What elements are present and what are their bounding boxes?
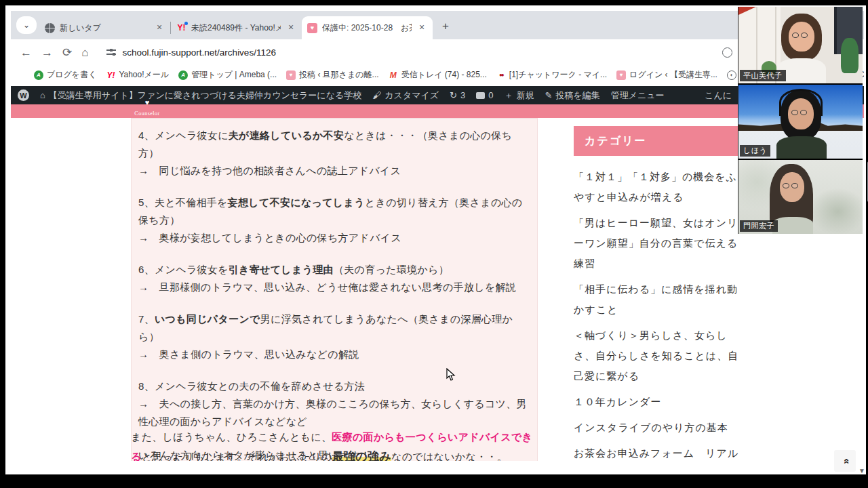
text-segment: （夫の育った環境から）: [334, 264, 449, 275]
category-link[interactable]: ＜軸づくり＞男らしさ、女らしさ、自分らしさを知ることは、自己愛に繋がる: [574, 325, 747, 386]
text-segment: また、しほうちゃん、ひろこさんともに、: [131, 431, 332, 443]
video-tile-shihou[interactable]: しほう: [738, 85, 863, 159]
article-line: 5、夫と不倫相手を妄想して不安になってしまうときの切り替え方（奥さまの心の保ち方…: [138, 194, 530, 229]
bookmark-gmail-inbox[interactable]: M受信トレイ (74) - 825...: [389, 69, 487, 81]
chatwork-icon: ●●: [496, 70, 506, 80]
customize-menu[interactable]: 🖌カスタマイズ: [372, 89, 439, 102]
heart-icon: ♥: [286, 70, 296, 80]
article-line: 6、メンヘラ彼女を引き寄せてしまう理由（夫の育った環境から）: [138, 261, 530, 279]
mouse-cursor: [446, 368, 456, 382]
article-item: 5、夫と不倫相手を妄想して不安になってしまうときの切り替え方（奥さまの心の保ち方…: [138, 194, 530, 247]
participant-name: 平山美代子: [740, 70, 786, 81]
globe-favicon: [45, 23, 55, 33]
text-segment: 4、メンヘラ彼女に: [138, 129, 229, 141]
new-content-menu[interactable]: ＋新規: [504, 89, 534, 102]
ameba-icon: A: [178, 70, 188, 80]
bookmark-login-student[interactable]: ♥ログイン ‹ 【受講生専...: [616, 69, 717, 81]
yahoo-icon: Y!: [106, 70, 115, 80]
new-tab-button[interactable]: +: [437, 18, 454, 35]
article-line: 7、いつも同じパターンで男に浮気されてしまうあなたへ（奥さまの深層心理から）: [138, 310, 530, 346]
site-header-bar: ♥ Counselor: [11, 104, 864, 118]
ameba-icon: A: [34, 70, 43, 80]
article-line: → 夫への接し方、言葉のかけ方、奥様のこころの保ち方、女らしくするコツ、男性心理…: [138, 395, 530, 430]
address-bar[interactable]: school.fujin-support.net/archives/1126: [98, 43, 713, 62]
tab-title: 新しいタブ: [60, 22, 149, 34]
reload-icon[interactable]: ⟳: [62, 47, 72, 58]
site-logo-text: Counselor: [134, 110, 159, 117]
bookmarks-bar: Aブログを書く Y!Yahoo!メール A管理トップ | Ameba (... …: [11, 65, 864, 85]
category-link[interactable]: １０年カレンダー: [574, 392, 747, 412]
video-call-overlay: 平山美代子 しほう 門間宏子: [738, 7, 863, 234]
text-segment: → 同じ悩みを持つ他の相談者さんへの誌上アドバイス: [138, 165, 401, 176]
tab-active-post[interactable]: ♥ 保護中: 2025-10-28 お茶会の構成 ×: [302, 16, 433, 39]
article-item: 6、メンヘラ彼女を引き寄せてしまう理由（夫の育った環境から）→ 旦那様側のトラウ…: [138, 261, 530, 296]
wp-logo-menu[interactable]: W: [18, 89, 29, 101]
admin-menu[interactable]: 管理メニュー: [611, 89, 665, 102]
category-link[interactable]: インスタライブのやり方の基本: [574, 418, 747, 438]
site-info-icon[interactable]: [106, 49, 116, 56]
chevron-up-icon: »: [840, 458, 851, 464]
tab-yahoo-mail[interactable]: Y! 未読240489件 - Yahoo!メール ×: [171, 16, 302, 39]
site-name-menu[interactable]: ⌂【受講生専用サイト】ファンに愛されつづける夫婦仲カウンセラーになる学校: [40, 89, 361, 102]
category-link[interactable]: お茶会お申込みフォーム リアルタイム作成: [574, 443, 747, 461]
participant-name: しほう: [740, 145, 770, 157]
bookmark-yahoo-mail[interactable]: Y!Yahoo!メール: [106, 69, 169, 81]
article-line: → 同じ悩みを持つ他の相談者さんへの誌上アドバイス: [138, 162, 530, 180]
scroll-to-top-button[interactable]: »: [834, 450, 856, 472]
tab-new-tab[interactable]: 新しいタブ ×: [39, 16, 170, 39]
text-segment: 5、夫と不倫相手を: [138, 197, 228, 208]
text-segment: → 奥さま側のトラウマ、思い込みなどの解説: [138, 348, 359, 360]
browser-toolbar: ← → ⟳ ⌂ school.fujin-support.net/archive…: [11, 39, 864, 65]
article-item: 4、メンヘラ彼女に夫が連絡しているか不安なときは・・・（奥さまの心の保ち方）→ …: [138, 127, 530, 180]
screen: ⌄ 新しいタブ × Y! 未読240489件 - Yahoo!メール × ♥ 保…: [0, 0, 868, 488]
text-segment: 8、メンヘラ彼女との夫の不倫を辞めさせる方法: [138, 380, 365, 392]
plus-icon: ＋: [504, 89, 513, 102]
greeting-text: こんに: [705, 89, 732, 102]
forward-icon[interactable]: →: [41, 47, 53, 58]
article-pink-box: 4、メンヘラ彼女に夫が連絡しているか不安なときは・・・（奥さまの心の保ち方）→ …: [131, 118, 538, 461]
category-link[interactable]: 「１対１」「１対多」の機会をふやすと申込みが増える: [574, 167, 747, 207]
gmail-icon: M: [389, 70, 398, 80]
bookmark-chatwork[interactable]: ●●[1]チャットワーク - マイ...: [496, 69, 607, 81]
site-logo[interactable]: ♥ Counselor: [132, 99, 163, 118]
text-segment: と思ったりもします。それがおふたりの: [142, 451, 332, 461]
article-line: 8、メンヘラ彼女との夫の不倫を辞めさせる方法: [138, 378, 530, 395]
text-segment: 7、: [138, 313, 155, 325]
tab-search-button[interactable]: ⌄: [16, 16, 37, 34]
bookmark-ameba-admin[interactable]: A管理トップ | Ameba (...: [178, 69, 277, 81]
brush-icon: 🖌: [372, 90, 381, 100]
back-icon[interactable]: ←: [20, 47, 32, 58]
close-icon[interactable]: ×: [416, 22, 427, 33]
updates-menu[interactable]: ↻3: [450, 90, 465, 100]
text-segment: 夫が連絡しているか不安: [229, 129, 344, 141]
account-icon[interactable]: [722, 47, 732, 58]
edit-post-menu[interactable]: ✎投稿を編集: [545, 89, 599, 102]
yahoo-favicon: Y!: [176, 23, 186, 33]
bookmark-posts[interactable]: ♥投稿 ‹ 旦那さまの離...: [286, 69, 379, 81]
video-tile-miyoko[interactable]: 平山美代子: [738, 7, 863, 83]
home-icon[interactable]: ⌂: [81, 47, 88, 58]
bookmark-write-blog[interactable]: Aブログを書く: [34, 69, 96, 81]
close-icon[interactable]: ×: [154, 22, 165, 33]
article-item: 7、いつも同じパターンで男に浮気されてしまうあなたへ（奥さまの深層心理から）→ …: [138, 310, 530, 363]
close-icon[interactable]: ×: [285, 22, 296, 33]
text-segment: なのではないかな・・。: [391, 451, 507, 461]
category-link[interactable]: 「相手に伝わる」に感情を揺れ動かすこと: [574, 279, 747, 320]
article-line: → 奥様が妄想してしまうときの心の保ち方アドバイス: [138, 229, 530, 247]
heart-favicon: ♥: [307, 23, 317, 33]
participant-name: 門間宏子: [740, 220, 778, 232]
article-line: → 奥さま側のトラウマ、思い込みなどの解説: [138, 346, 530, 363]
category-link[interactable]: 「男はヒーロー願望、女はオンリーワン願望」自分の言葉で伝える練習: [574, 213, 747, 274]
video-tile-hiroko[interactable]: 門間宏子: [738, 160, 863, 234]
text-segment: いつも同じパターンで: [155, 313, 260, 325]
wordpress-icon: W: [18, 89, 29, 101]
tab-strip: ⌄ 新しいタブ × Y! 未読240489件 - Yahoo!メール × ♥ 保…: [11, 11, 864, 39]
sidebar-category-header: カテゴリー: [574, 126, 755, 156]
article-paragraph: また、しほうちゃん、ひろこさんともに、医療の面からも一つくらいアドバイスできると…: [131, 427, 539, 461]
comments-menu[interactable]: 0: [476, 90, 493, 100]
page-content: 4、メンヘラ彼女に夫が連絡しているか不安なときは・・・（奥さまの心の保ち方）→ …: [11, 118, 864, 461]
update-icon: ↻: [450, 90, 457, 100]
browser-window: ⌄ 新しいタブ × Y! 未読240489件 - Yahoo!メール × ♥ 保…: [5, 5, 866, 474]
collapse-arrow-icon[interactable]: ▼: [859, 467, 865, 474]
url-text[interactable]: school.fujin-support.net/archives/1126: [123, 47, 276, 58]
